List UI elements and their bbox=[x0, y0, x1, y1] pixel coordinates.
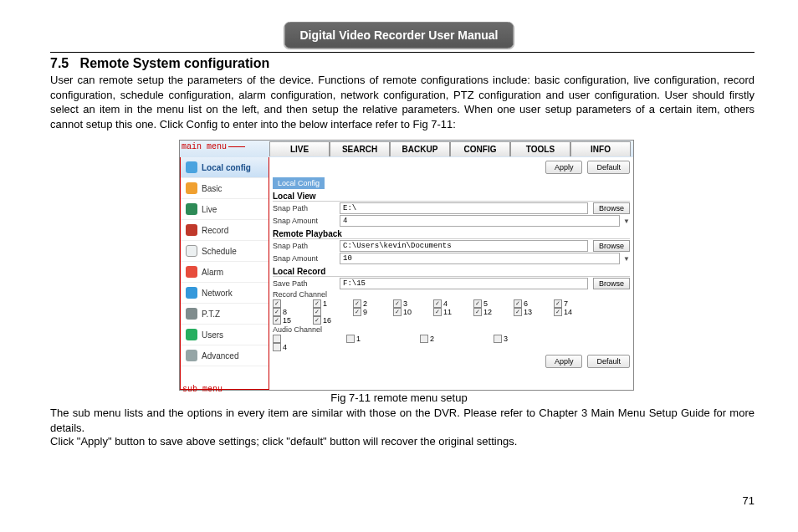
channel-label: 2 bbox=[363, 299, 367, 308]
chevron-down-icon: ▼ bbox=[623, 217, 630, 225]
checkbox-ch15[interactable] bbox=[273, 316, 281, 325]
sidebar-item-network[interactable]: Network bbox=[181, 283, 269, 304]
sidebar-item-ptz[interactable]: P.T.Z bbox=[181, 304, 269, 325]
manual-header: Digital Video Recorder User Manual bbox=[284, 22, 514, 49]
main-menu-tabs: LIVE SEARCH BACKUP CONFIG TOOLS INFO bbox=[269, 141, 631, 156]
checkbox-ch16[interactable] bbox=[313, 316, 321, 325]
checkbox-audio1[interactable] bbox=[346, 335, 355, 343]
sidebar-item-alarm[interactable]: Alarm bbox=[181, 262, 269, 283]
sidebar-item-record[interactable]: Record bbox=[181, 220, 269, 241]
alarm-icon bbox=[186, 266, 197, 278]
live-icon bbox=[186, 203, 197, 215]
sidebar-item-basic[interactable]: Basic bbox=[181, 178, 269, 199]
wrench-icon bbox=[186, 350, 197, 361]
channel-label: 12 bbox=[483, 308, 492, 316]
label-snap-path-rp: Snap Path bbox=[273, 242, 340, 250]
apply-button-top[interactable]: Apply bbox=[545, 161, 583, 174]
section-heading: 7.5 Remote System configuration bbox=[50, 56, 269, 71]
checkbox-ch4[interactable] bbox=[433, 299, 442, 308]
checkbox-ch12[interactable] bbox=[473, 308, 482, 316]
sidebar-item-schedule[interactable]: Schedule bbox=[181, 241, 269, 262]
config-content: Apply Default Local Config Local View Sn… bbox=[269, 157, 633, 390]
checkbox-ch10[interactable] bbox=[393, 308, 402, 316]
checkbox-ch2[interactable] bbox=[353, 299, 361, 308]
sidebar-item-label: Schedule bbox=[202, 247, 237, 256]
sidebar-item-label: Record bbox=[202, 226, 228, 235]
browse-button[interactable]: Browse bbox=[593, 240, 630, 252]
channel-label: 1 bbox=[323, 299, 327, 308]
tab-tools[interactable]: TOOLS bbox=[510, 141, 570, 156]
paragraph-apply-note: Click "Apply" button to save above setti… bbox=[50, 434, 755, 449]
channel-label: 7 bbox=[564, 299, 568, 308]
record-icon bbox=[186, 224, 197, 236]
calendar-icon bbox=[186, 245, 197, 257]
sidebar-item-label: Local config bbox=[202, 163, 251, 172]
ptz-icon bbox=[186, 308, 197, 320]
checkbox-audio3[interactable] bbox=[494, 335, 502, 343]
select-snap-amount-localview[interactable] bbox=[340, 215, 620, 227]
channel-label: 11 bbox=[443, 308, 452, 316]
label-audio-channel: Audio Channel bbox=[273, 325, 340, 334]
checkbox-ch9[interactable] bbox=[353, 308, 361, 316]
sidebar-item-label: Advanced bbox=[202, 351, 238, 361]
checkbox-all[interactable] bbox=[313, 308, 321, 316]
default-button-top[interactable]: Default bbox=[587, 161, 630, 174]
label-snap-amount-rp: Snap Amount bbox=[273, 254, 340, 263]
label-snap-amount: Snap Amount bbox=[273, 217, 340, 225]
audio-channel-label: 1 bbox=[356, 335, 361, 343]
audio-channel-label: 3 bbox=[504, 335, 508, 343]
sidebar-item-label: Network bbox=[202, 289, 233, 298]
tab-info[interactable]: INFO bbox=[570, 141, 631, 156]
label-record-channel: Record Channel bbox=[273, 290, 340, 299]
input-save-path[interactable] bbox=[340, 278, 588, 289]
checkbox-audio2[interactable] bbox=[420, 335, 428, 343]
checkbox-ch5[interactable] bbox=[473, 299, 482, 308]
default-button-bottom[interactable]: Default bbox=[587, 355, 630, 368]
network-icon bbox=[186, 287, 197, 299]
sidebar-item-live[interactable]: Live bbox=[181, 199, 269, 220]
sidebar-item-local-config[interactable]: Local config bbox=[181, 157, 269, 178]
checkbox-ch6[interactable] bbox=[514, 299, 522, 308]
tab-search[interactable]: SEARCH bbox=[330, 141, 390, 156]
paragraph-after-figure: The sub menu lists and the options in ev… bbox=[50, 406, 755, 435]
checkbox-audio4[interactable] bbox=[273, 343, 281, 351]
browse-button[interactable]: Browse bbox=[593, 202, 630, 214]
figure-caption: Fig 7-11 remote menu setup bbox=[0, 391, 798, 404]
tab-backup[interactable]: BACKUP bbox=[390, 141, 450, 156]
channel-label: 14 bbox=[564, 308, 572, 316]
channel-label: 9 bbox=[363, 308, 367, 316]
sidebar-item-label: Alarm bbox=[202, 268, 223, 277]
sidebar-item-label: Users bbox=[202, 330, 223, 340]
channel-label: 13 bbox=[524, 308, 532, 316]
channel-label: 3 bbox=[403, 299, 407, 308]
select-snap-amount-remoteplayback[interactable] bbox=[340, 253, 620, 264]
checkbox-audio-all[interactable] bbox=[273, 335, 281, 343]
subtab-local-config[interactable]: Local Config bbox=[273, 177, 325, 189]
figure-screenshot: main menu LIVE SEARCH BACKUP CONFIG TOOL… bbox=[179, 140, 634, 391]
browse-button[interactable]: Browse bbox=[593, 278, 630, 289]
input-snap-path-localview[interactable] bbox=[340, 202, 588, 214]
section-title-text: Remote System configuration bbox=[80, 56, 270, 70]
intro-paragraph: User can remote setup the parameters of … bbox=[50, 73, 755, 131]
input-snap-path-remoteplayback[interactable] bbox=[340, 240, 588, 252]
channel-label: 4 bbox=[443, 299, 448, 308]
apply-button-bottom[interactable]: Apply bbox=[545, 355, 583, 368]
checkbox-ch13[interactable] bbox=[514, 308, 522, 316]
section-local-record: Local Record bbox=[273, 267, 630, 277]
checkbox-ch7[interactable] bbox=[554, 299, 562, 308]
gear-orange-icon bbox=[186, 182, 197, 194]
checkbox-ch1[interactable] bbox=[313, 299, 321, 308]
sidebar-item-advanced[interactable]: Advanced bbox=[181, 345, 269, 366]
checkbox-ch14[interactable] bbox=[554, 308, 562, 316]
checkbox-ch8[interactable] bbox=[273, 308, 281, 316]
section-number: 7.5 bbox=[50, 56, 69, 70]
audio-channel-grid: 1234 bbox=[273, 335, 630, 351]
tab-config[interactable]: CONFIG bbox=[450, 141, 510, 156]
checkbox-ch3[interactable] bbox=[393, 299, 402, 308]
sidebar-item-users[interactable]: Users bbox=[181, 325, 269, 345]
channel-label: 16 bbox=[323, 316, 331, 325]
checkbox-all[interactable] bbox=[273, 299, 281, 308]
checkbox-ch11[interactable] bbox=[433, 308, 442, 316]
sidebar-item-label: P.T.Z bbox=[202, 309, 220, 319]
tab-live[interactable]: LIVE bbox=[269, 141, 330, 156]
